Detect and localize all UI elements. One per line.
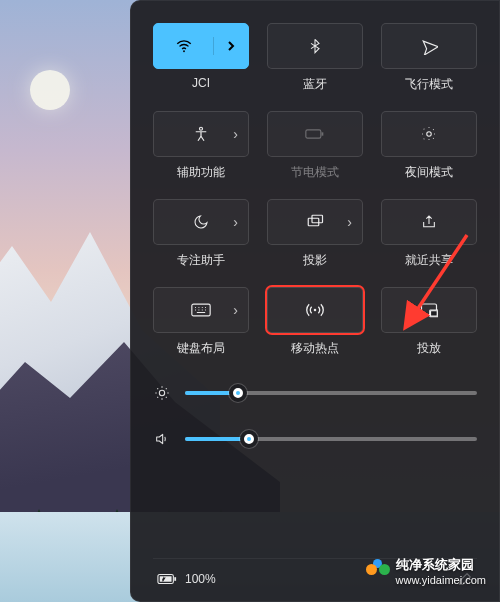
svg-point-12	[159, 390, 164, 395]
brightness-slider[interactable]	[185, 391, 477, 395]
bluetooth-icon	[307, 38, 323, 54]
hotspot-icon	[305, 301, 325, 319]
cast-tile[interactable]	[381, 287, 477, 333]
wifi-label: JCI	[192, 76, 210, 90]
battery-saver-tile[interactable]	[267, 111, 363, 157]
share-icon	[421, 214, 437, 230]
keyboard-label: 键盘布局	[177, 340, 225, 357]
night-light-label: 夜间模式	[405, 164, 453, 181]
accessibility-tile[interactable]	[153, 111, 249, 157]
keyboard-tile[interactable]	[153, 287, 249, 333]
svg-rect-15	[174, 577, 176, 581]
airplane-label: 飞行模式	[405, 76, 453, 93]
keyboard-icon	[191, 303, 211, 317]
svg-point-8	[314, 309, 317, 312]
svg-rect-14	[160, 576, 172, 581]
accessibility-icon	[192, 125, 210, 143]
wifi-toggle[interactable]	[154, 37, 214, 55]
svg-rect-2	[306, 130, 321, 138]
watermark-title: 纯净系统家园	[396, 557, 474, 572]
svg-point-0	[183, 50, 185, 52]
focus-tile[interactable]	[153, 199, 249, 245]
chevron-right-icon	[226, 40, 236, 52]
svg-rect-5	[308, 218, 319, 226]
brightness-slider-row	[153, 385, 477, 401]
brightness-icon	[153, 385, 171, 401]
battery-status-icon	[157, 573, 177, 585]
night-light-tile[interactable]	[381, 111, 477, 157]
volume-icon	[153, 431, 171, 447]
bluetooth-tile[interactable]	[267, 23, 363, 69]
accessibility-label: 辅助功能	[177, 164, 225, 181]
svg-rect-7	[192, 304, 210, 316]
battery-saver-label: 节电模式	[291, 164, 339, 181]
wifi-tile[interactable]	[153, 23, 249, 69]
quick-settings-panel: JCI蓝牙飞行模式辅助功能节电模式夜间模式专注助手投影就近共享键盘布局移动热点投…	[130, 0, 500, 602]
svg-point-4	[427, 132, 432, 137]
wifi-icon	[175, 37, 193, 55]
svg-point-1	[200, 127, 203, 130]
nearby-label: 就近共享	[405, 252, 453, 269]
nearby-tile[interactable]	[381, 199, 477, 245]
hotspot-label: 移动热点	[291, 340, 339, 357]
volume-slider-row	[153, 431, 477, 447]
focus-label: 专注助手	[177, 252, 225, 269]
watermark-logo-icon	[366, 559, 390, 583]
project-icon	[306, 214, 324, 230]
moon-icon	[193, 214, 209, 230]
hotspot-tile[interactable]	[267, 287, 363, 333]
volume-slider[interactable]	[185, 437, 477, 441]
project-tile[interactable]	[267, 199, 363, 245]
watermark: 纯净系统家园 www.yidaimei.com	[366, 556, 486, 586]
battery-percent: 100%	[185, 572, 216, 586]
project-label: 投影	[303, 252, 327, 269]
night-light-icon	[420, 125, 438, 143]
cast-icon	[420, 302, 438, 318]
battery-icon	[305, 127, 325, 141]
airplane-tile[interactable]	[381, 23, 477, 69]
svg-rect-3	[322, 132, 324, 135]
bluetooth-label: 蓝牙	[303, 76, 327, 93]
airplane-icon	[420, 37, 438, 55]
svg-rect-6	[312, 215, 323, 223]
watermark-url: www.yidaimei.com	[396, 574, 486, 586]
wifi-expand[interactable]	[214, 40, 248, 52]
cast-label: 投放	[417, 340, 441, 357]
